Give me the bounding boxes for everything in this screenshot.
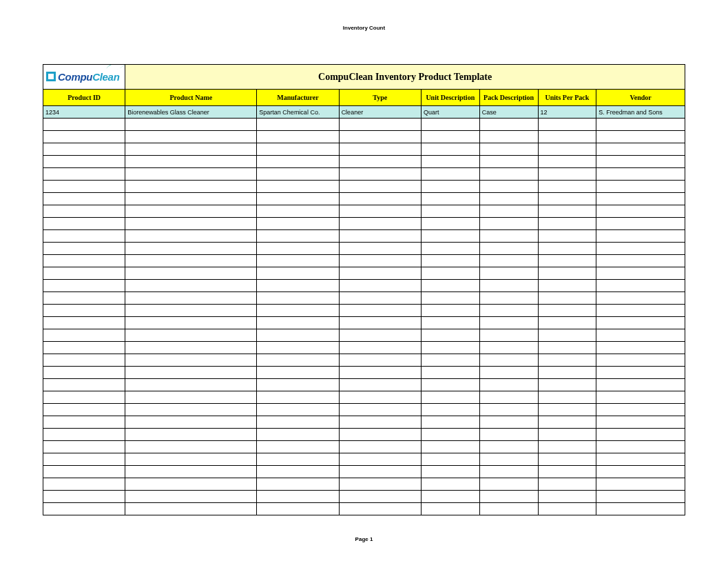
cell-empty[interactable]	[43, 292, 125, 305]
cell-empty[interactable]	[339, 156, 421, 168]
cell-empty[interactable]	[43, 379, 125, 391]
cell-empty[interactable]	[339, 230, 421, 243]
cell-empty[interactable]	[421, 354, 479, 367]
cell-empty[interactable]	[421, 280, 479, 292]
cell-empty[interactable]	[596, 143, 685, 156]
cell-empty[interactable]	[596, 280, 685, 292]
cell-empty[interactable]	[538, 453, 596, 466]
cell-empty[interactable]	[596, 292, 685, 305]
cell-empty[interactable]	[257, 491, 339, 503]
cell-empty[interactable]	[421, 230, 479, 243]
cell-empty[interactable]	[339, 466, 421, 478]
cell-empty[interactable]	[257, 218, 339, 230]
cell-empty[interactable]	[125, 280, 257, 292]
cell-empty[interactable]	[421, 453, 479, 466]
cell-empty[interactable]	[257, 119, 339, 131]
cell-empty[interactable]	[43, 267, 125, 280]
cell-empty[interactable]	[125, 230, 257, 243]
cell-empty[interactable]	[125, 243, 257, 255]
cell-empty[interactable]	[43, 305, 125, 317]
cell-empty[interactable]	[43, 243, 125, 255]
cell-empty[interactable]	[43, 280, 125, 292]
cell-unit_description[interactable]: Quart	[421, 106, 479, 119]
cell-empty[interactable]	[479, 317, 538, 329]
cell-manufacturer[interactable]: Spartan Chemical Co.	[257, 106, 339, 119]
cell-empty[interactable]	[421, 416, 479, 429]
cell-empty[interactable]	[125, 404, 257, 416]
cell-empty[interactable]	[43, 503, 125, 515]
cell-empty[interactable]	[339, 429, 421, 441]
cell-empty[interactable]	[421, 292, 479, 305]
cell-empty[interactable]	[479, 267, 538, 280]
cell-empty[interactable]	[339, 255, 421, 267]
cell-empty[interactable]	[125, 218, 257, 230]
cell-empty[interactable]	[257, 478, 339, 491]
cell-empty[interactable]	[596, 429, 685, 441]
cell-empty[interactable]	[421, 267, 479, 280]
cell-empty[interactable]	[43, 181, 125, 193]
table-row[interactable]	[43, 181, 685, 193]
cell-empty[interactable]	[125, 143, 257, 156]
table-row[interactable]	[43, 168, 685, 181]
cell-empty[interactable]	[421, 131, 479, 143]
table-row[interactable]	[43, 205, 685, 218]
cell-empty[interactable]	[339, 292, 421, 305]
cell-empty[interactable]	[339, 280, 421, 292]
cell-empty[interactable]	[596, 230, 685, 243]
cell-empty[interactable]	[43, 205, 125, 218]
cell-empty[interactable]	[479, 354, 538, 367]
cell-empty[interactable]	[479, 181, 538, 193]
cell-empty[interactable]	[421, 181, 479, 193]
cell-empty[interactable]	[125, 416, 257, 429]
cell-empty[interactable]	[479, 391, 538, 404]
cell-empty[interactable]	[479, 205, 538, 218]
table-row[interactable]: 1234Biorenewables Glass CleanerSpartan C…	[43, 106, 685, 119]
cell-empty[interactable]	[538, 416, 596, 429]
cell-empty[interactable]	[421, 205, 479, 218]
cell-vendor[interactable]: S. Freedman and Sons	[596, 106, 685, 119]
cell-empty[interactable]	[421, 342, 479, 354]
cell-empty[interactable]	[125, 354, 257, 367]
cell-empty[interactable]	[596, 491, 685, 503]
cell-empty[interactable]	[257, 267, 339, 280]
cell-empty[interactable]	[596, 255, 685, 267]
cell-empty[interactable]	[257, 230, 339, 243]
cell-empty[interactable]	[479, 168, 538, 181]
cell-empty[interactable]	[596, 441, 685, 453]
cell-empty[interactable]	[43, 491, 125, 503]
cell-empty[interactable]	[596, 478, 685, 491]
cell-empty[interactable]	[421, 491, 479, 503]
cell-empty[interactable]	[339, 441, 421, 453]
cell-empty[interactable]	[43, 317, 125, 329]
cell-empty[interactable]	[479, 255, 538, 267]
cell-empty[interactable]	[596, 305, 685, 317]
cell-empty[interactable]	[538, 205, 596, 218]
cell-empty[interactable]	[596, 181, 685, 193]
cell-empty[interactable]	[339, 503, 421, 515]
cell-empty[interactable]	[339, 342, 421, 354]
cell-empty[interactable]	[43, 156, 125, 168]
cell-empty[interactable]	[257, 342, 339, 354]
cell-empty[interactable]	[479, 379, 538, 391]
cell-empty[interactable]	[421, 156, 479, 168]
cell-empty[interactable]	[339, 143, 421, 156]
cell-empty[interactable]	[421, 255, 479, 267]
cell-empty[interactable]	[479, 156, 538, 168]
cell-empty[interactable]	[257, 193, 339, 205]
cell-empty[interactable]	[257, 131, 339, 143]
cell-empty[interactable]	[43, 329, 125, 342]
cell-empty[interactable]	[339, 453, 421, 466]
cell-empty[interactable]	[43, 354, 125, 367]
cell-empty[interactable]	[596, 466, 685, 478]
table-row[interactable]	[43, 280, 685, 292]
cell-empty[interactable]	[538, 168, 596, 181]
cell-empty[interactable]	[421, 466, 479, 478]
cell-empty[interactable]	[596, 243, 685, 255]
cell-empty[interactable]	[479, 280, 538, 292]
cell-empty[interactable]	[339, 329, 421, 342]
cell-empty[interactable]	[125, 329, 257, 342]
cell-empty[interactable]	[339, 379, 421, 391]
table-row[interactable]	[43, 342, 685, 354]
cell-empty[interactable]	[538, 119, 596, 131]
cell-empty[interactable]	[538, 131, 596, 143]
